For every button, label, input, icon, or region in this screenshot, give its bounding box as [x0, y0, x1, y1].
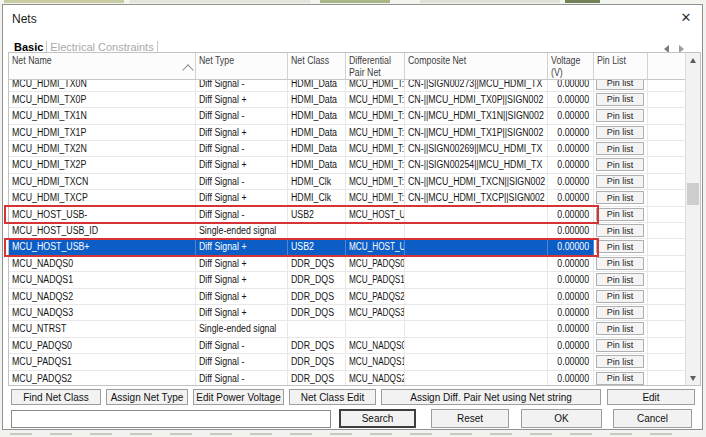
- cell-pair: MCU_PADQS3: [346, 305, 405, 321]
- table-row[interactable]: MCU_HDMI_TX2PDiff Signal +HDMI_DataMCU_H…: [9, 157, 685, 173]
- action-button-edit[interactable]: Edit: [607, 389, 695, 405]
- pin-list-button[interactable]: Pin list: [596, 224, 644, 237]
- cell-class: DDR_DQS: [288, 338, 346, 354]
- cell-pin-list: Pin list: [594, 157, 648, 173]
- table-row[interactable]: MCU_HDMI_TX2NDiff Signal -HDMI_DataMCU_H…: [9, 141, 685, 157]
- cell-volt: 0.00000: [548, 174, 594, 190]
- table-row[interactable]: MCU_NADQS2Diff Signal +DDR_DQSMCU_PADQS2…: [9, 289, 685, 305]
- scroll-up-icon[interactable]: [686, 53, 700, 67]
- column-header-net-name[interactable]: Net Name: [9, 53, 196, 79]
- table-row[interactable]: MCU_NADQS3Diff Signal +DDR_DQSMCU_PADQS3…: [9, 305, 685, 321]
- background-artifact-bottom: [0, 431, 706, 437]
- cell-comp: [405, 305, 548, 321]
- column-header-filler: [648, 53, 685, 79]
- table-row[interactable]: MCU_NTRSTSingle-ended signal0.00000Pin l…: [9, 321, 685, 337]
- cell-type: Diff Signal -: [196, 174, 288, 190]
- cell-class: DDR_DQS: [288, 354, 346, 370]
- pin-list-button[interactable]: Pin list: [596, 191, 644, 204]
- table-row[interactable]: MCU_NADQS0Diff Signal +DDR_DQSMCU_PADQS0…: [9, 256, 685, 272]
- table-row[interactable]: MCU_HDMI_TX0NDiff Signal -HDMI_DataMCU_H…: [9, 80, 685, 92]
- pin-list-button[interactable]: Pin list: [596, 126, 644, 139]
- column-header-net-class[interactable]: Net Class: [288, 53, 346, 79]
- cell-name: MCU_HDMI_TX2P: [9, 157, 196, 173]
- table-row[interactable]: MCU_HDMI_TXCNDiff Signal -HDMI_ClkMCU_HD…: [9, 174, 685, 190]
- column-header-composite-net[interactable]: Composite Net: [405, 53, 548, 79]
- column-header-net-type[interactable]: Net Type: [196, 53, 288, 79]
- action-button-find-net-class[interactable]: Find Net Class: [11, 389, 101, 405]
- vertical-scrollbar[interactable]: [685, 53, 700, 385]
- pin-list-button[interactable]: Pin list: [596, 257, 644, 270]
- pin-list-button[interactable]: Pin list: [596, 240, 644, 253]
- column-header-voltage[interactable]: Voltage (V): [548, 53, 594, 79]
- search-button[interactable]: Search: [339, 409, 416, 428]
- close-icon[interactable]: ✕: [677, 10, 695, 26]
- cell-name: MCU_HDMI_TX1N: [9, 108, 196, 124]
- annotation-red-box: [4, 238, 599, 257]
- cell-class: DDR_DQS: [288, 256, 346, 272]
- cell-pair: MCU_NADQS0: [346, 338, 405, 354]
- column-header-pin-list[interactable]: Pin List: [594, 53, 648, 79]
- pin-list-button[interactable]: Pin list: [596, 355, 644, 368]
- action-button-assign-net-type[interactable]: Assign Net Type: [106, 389, 188, 405]
- cell-pair: MCU_NADQS2: [346, 371, 405, 385]
- cell-pair: MCU_HDMI_T:: [346, 157, 405, 173]
- cell-comp: CN-||MCU_HDMI_TXCN||SIGN002: [405, 174, 548, 190]
- cell-volt: 0.00000: [548, 157, 594, 173]
- cell-pair: MCU_PADQS2: [346, 289, 405, 305]
- pin-list-button[interactable]: Pin list: [596, 290, 644, 303]
- cell-filler: [648, 190, 685, 206]
- table-row[interactable]: MCU_NADQS1Diff Signal +DDR_DQSMCU_PADQS1…: [9, 272, 685, 288]
- action-button-edit-power-voltage[interactable]: Edit Power Voltage: [193, 389, 284, 405]
- cell-class: HDMI_Data: [288, 108, 346, 124]
- cell-type: Diff Signal -: [196, 338, 288, 354]
- pin-list-button[interactable]: Pin list: [596, 175, 644, 188]
- pin-list-button[interactable]: Pin list: [596, 93, 644, 106]
- pin-list-button[interactable]: Pin list: [596, 339, 644, 352]
- cell-name: MCU_HDMI_TX1P: [9, 125, 196, 141]
- cell-type: Diff Signal +: [196, 256, 288, 272]
- pin-list-button[interactable]: Pin list: [596, 306, 644, 319]
- cell-name: MCU_NADQS1: [9, 272, 196, 288]
- ok-button[interactable]: OK: [521, 409, 602, 428]
- table-row[interactable]: MCU_PADQS2Diff Signal -DDR_DQSMCU_NADQS2…: [9, 371, 685, 385]
- pin-list-button[interactable]: Pin list: [596, 273, 644, 286]
- cell-filler: [648, 354, 685, 370]
- pin-list-button[interactable]: Pin list: [596, 142, 644, 155]
- action-button-assign-diff-pair-net-using-net-string[interactable]: Assign Diff. Pair Net using Net string: [381, 389, 601, 405]
- pin-list-button[interactable]: Pin list: [596, 158, 644, 171]
- cell-type: Diff Signal +: [196, 125, 288, 141]
- cell-comp: CN-||MCU_HDMI_TX0P||SIGN002: [405, 92, 548, 108]
- pin-list-button[interactable]: Pin list: [596, 322, 644, 335]
- cell-volt: 0.00000: [548, 321, 594, 337]
- cell-class: DDR_DQS: [288, 305, 346, 321]
- cell-volt: 0.00000: [548, 92, 594, 108]
- table-row[interactable]: MCU_PADQS0Diff Signal -DDR_DQSMCU_NADQS0…: [9, 338, 685, 354]
- cell-type: Diff Signal +: [196, 272, 288, 288]
- cell-name: MCU_HDMI_TX2N: [9, 141, 196, 157]
- cell-pin-list: Pin list: [594, 174, 648, 190]
- cell-filler: [648, 256, 685, 272]
- search-input[interactable]: [11, 410, 331, 428]
- scrollbar-thumb[interactable]: [687, 183, 699, 205]
- pin-list-button[interactable]: Pin list: [596, 80, 644, 90]
- table-row[interactable]: MCU_PADQS1Diff Signal -DDR_DQSMCU_NADQS1…: [9, 354, 685, 370]
- cell-filler: [648, 371, 685, 385]
- table-row[interactable]: MCU_HDMI_TX1PDiff Signal +HDMI_DataMCU_H…: [9, 125, 685, 141]
- cell-volt: 0.00000: [548, 272, 594, 288]
- action-button-net-class-edit[interactable]: Net Class Edit: [289, 389, 376, 405]
- cell-name: MCU_HDMI_TXCN: [9, 174, 196, 190]
- pin-list-button[interactable]: Pin list: [596, 372, 644, 385]
- pin-list-button[interactable]: Pin list: [596, 109, 644, 122]
- scroll-down-icon[interactable]: [686, 371, 700, 385]
- cell-pin-list: Pin list: [594, 125, 648, 141]
- cell-pin-list: Pin list: [594, 272, 648, 288]
- table-row[interactable]: MCU_HDMI_TX0PDiff Signal +HDMI_DataMCU_H…: [9, 92, 685, 108]
- column-header-differential-pair-net[interactable]: Differential Pair Net: [346, 53, 405, 79]
- cell-volt: 0.00000: [548, 289, 594, 305]
- cell-class: DDR_DQS: [288, 272, 346, 288]
- cell-volt: 0.00000: [548, 80, 594, 92]
- cancel-button[interactable]: Cancel: [613, 409, 692, 428]
- table-row[interactable]: MCU_HDMI_TX1NDiff Signal -HDMI_DataMCU_H…: [9, 108, 685, 124]
- pin-list-button[interactable]: Pin list: [596, 208, 644, 221]
- reset-button[interactable]: Reset: [431, 409, 509, 428]
